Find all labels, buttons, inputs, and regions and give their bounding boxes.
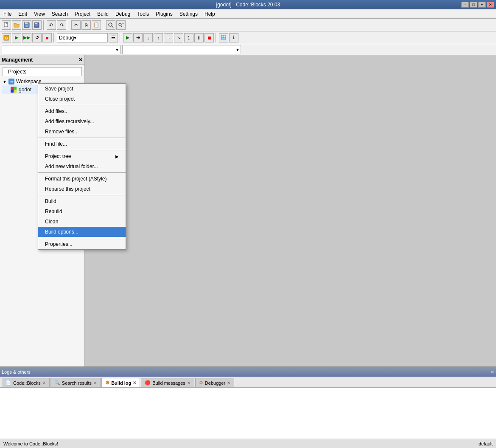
replace-button[interactable]: ↔: [116, 20, 126, 30]
debug-step-out-btn[interactable]: ↑: [154, 33, 163, 42]
debug-step-instr-btn[interactable]: ↘: [174, 33, 183, 42]
projects-tab[interactable]: Projects: [3, 67, 82, 76]
sep2: [68, 20, 70, 30]
paste-button[interactable]: 📋: [92, 20, 101, 30]
debug-run-to-cursor-btn[interactable]: ⤵: [184, 33, 193, 42]
svg-line-10: [112, 26, 113, 28]
tab-search-results[interactable]: 🔍 Search results ✕: [50, 378, 101, 387]
save-all-button[interactable]: [32, 20, 42, 30]
debug-config-dropdown[interactable]: Debug ▾: [57, 33, 108, 42]
tab-build-log[interactable]: ⚙ Build log ✕: [101, 378, 140, 387]
ctx-format-project[interactable]: Format this project (AStyle): [38, 174, 126, 184]
file-dropdown2[interactable]: ▾: [122, 45, 241, 54]
sep-debug: [53, 33, 55, 42]
ctx-properties[interactable]: Properties...: [38, 239, 126, 249]
ctx-add-files[interactable]: Add files...: [38, 106, 126, 116]
debug-run-btn[interactable]: ▶: [123, 33, 132, 42]
tab-debugger[interactable]: ⚙ Debugger ✕: [195, 378, 234, 387]
ctx-rebuild[interactable]: Rebuild: [38, 206, 126, 217]
bottom-panel: Logs & others ✕ 📄 Code::Blocks ✕ 🔍 Searc…: [0, 366, 496, 439]
debug-step-btn[interactable]: ↓: [143, 33, 153, 42]
run-button[interactable]: ▶: [12, 33, 21, 42]
debug-info-btn[interactable]: ℹ: [229, 33, 238, 42]
ctx-reparse-project[interactable]: Reparse this project: [38, 184, 126, 194]
godot-icon: [10, 86, 17, 93]
ctx-sep4: [38, 172, 126, 173]
ctx-sep3: [38, 150, 126, 150]
minimize-button[interactable]: −: [461, 2, 469, 8]
tab-build-log-icon: ⚙: [105, 380, 109, 386]
tab-codeblocks-close[interactable]: ✕: [42, 380, 46, 385]
rebuild-button[interactable]: ↺: [32, 33, 42, 42]
status-indicator: default: [479, 441, 493, 446]
tab-codeblocks[interactable]: 📄 Code::Blocks ✕: [2, 378, 50, 387]
tab-codeblocks-icon: 📄: [6, 380, 11, 386]
open-button[interactable]: [12, 20, 21, 30]
redo-button[interactable]: [57, 20, 66, 30]
tab-build-messages-close[interactable]: ✕: [187, 380, 191, 385]
svg-text:↔: ↔: [122, 22, 124, 25]
svg-point-9: [109, 23, 112, 26]
ctx-project-tree[interactable]: Project tree ▶: [38, 151, 126, 161]
management-close-icon[interactable]: ✕: [78, 57, 83, 63]
sep-debug2: [120, 33, 121, 42]
new-button[interactable]: [2, 20, 11, 30]
menu-search[interactable]: Search: [48, 9, 71, 18]
logs-close-icon[interactable]: ✕: [490, 369, 494, 375]
file-dropdown1[interactable]: ▾: [2, 45, 120, 54]
find-button[interactable]: [106, 20, 115, 30]
save-button[interactable]: [22, 20, 31, 30]
ctx-build-options[interactable]: Build options...: [38, 227, 126, 237]
tab-build-messages[interactable]: 🔴 Build messages ✕: [141, 378, 194, 387]
stop-button[interactable]: ■: [42, 33, 52, 42]
titlebar-controls: − □ + ✕: [461, 2, 494, 8]
ctx-add-virtual-folder[interactable]: Add new virtual folder...: [38, 161, 126, 172]
debug-windows-btn[interactable]: 🪟: [219, 33, 228, 42]
svg-rect-2: [25, 23, 28, 24]
menu-debug[interactable]: Debug: [112, 9, 134, 18]
ctx-clean[interactable]: Clean: [38, 217, 126, 227]
build-and-run-button[interactable]: ▶▶: [22, 33, 31, 42]
ctx-find-file[interactable]: Find file...: [38, 139, 126, 149]
ctx-add-files-recursively[interactable]: Add files recursively...: [38, 116, 126, 127]
close-button[interactable]: ✕: [487, 2, 494, 8]
dropdown-bar: ▾ ▾: [0, 44, 496, 55]
menu-plugins[interactable]: Plugins: [152, 9, 176, 18]
cut-button[interactable]: ✂: [71, 20, 81, 30]
tab-search-results-close[interactable]: ✕: [93, 380, 97, 385]
maximize-button[interactable]: +: [478, 2, 486, 8]
debug-next-btn[interactable]: ⇥: [133, 33, 143, 42]
tab-debugger-icon: ⚙: [199, 380, 203, 386]
ctx-sep5: [38, 195, 126, 195]
debug-stop-btn[interactable]: ⏹: [205, 33, 214, 42]
menu-edit[interactable]: Edit: [15, 9, 31, 18]
menu-file[interactable]: File: [0, 9, 15, 18]
restore-button[interactable]: □: [470, 2, 477, 8]
tab-codeblocks-label: Code::Blocks: [13, 380, 41, 386]
debug-targets-btn[interactable]: ☰: [109, 33, 118, 42]
tab-build-log-close[interactable]: ✕: [133, 380, 136, 385]
tab-search-results-label: Search results: [62, 380, 92, 386]
copy-button[interactable]: ⎘: [81, 20, 91, 30]
menu-tools[interactable]: Tools: [134, 9, 152, 18]
tab-debugger-close[interactable]: ✕: [227, 380, 230, 385]
debug-next-instr-btn[interactable]: →: [164, 33, 173, 42]
ctx-remove-files[interactable]: Remove files...: [38, 127, 126, 137]
build-icon-btn[interactable]: ⚙: [2, 33, 11, 42]
menu-help[interactable]: Help: [201, 9, 219, 18]
menu-view[interactable]: View: [31, 9, 48, 18]
title-text: [godot] - Code::Blocks 20.03: [216, 2, 280, 8]
menu-project[interactable]: Project: [71, 9, 94, 18]
menu-settings[interactable]: Settings: [176, 9, 201, 18]
menu-build[interactable]: Build: [94, 9, 112, 18]
tab-build-messages-label: Build messages: [152, 380, 185, 386]
svg-text:⚙: ⚙: [5, 36, 8, 40]
svg-rect-21: [14, 90, 17, 93]
sep-debug3: [216, 33, 217, 42]
debug-pause-btn[interactable]: ⏸: [194, 33, 204, 42]
ctx-save-project[interactable]: Save project: [38, 84, 126, 94]
ctx-build[interactable]: Build: [38, 196, 126, 206]
undo-button[interactable]: [47, 20, 56, 30]
svg-point-11: [119, 23, 121, 26]
ctx-close-project[interactable]: Close project: [38, 94, 126, 104]
